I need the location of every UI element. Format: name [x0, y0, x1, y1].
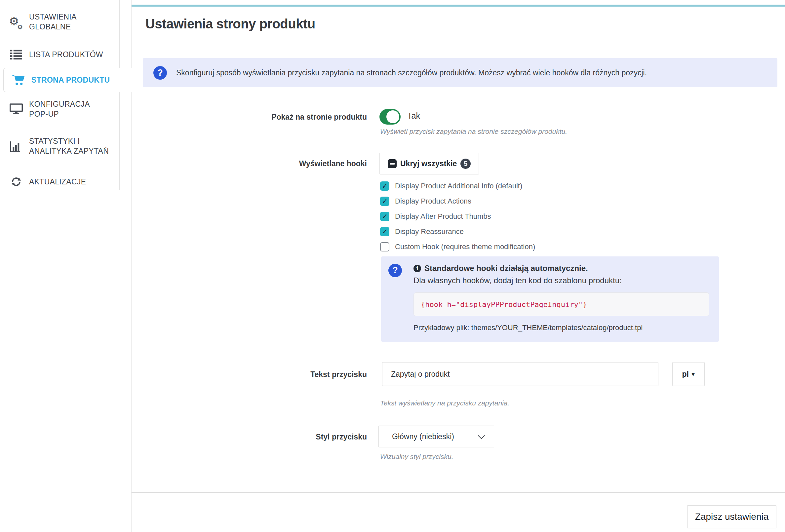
- save-settings-button[interactable]: Zapisz ustawienia: [687, 505, 777, 528]
- panel-top-accent: [131, 5, 785, 7]
- checkbox[interactable]: [380, 212, 389, 221]
- hooks-info-title: Standardowe hooki działają automatycznie…: [424, 264, 588, 273]
- sidebar-item-lista-produktow[interactable]: LISTA PRODUKTÓW: [8, 50, 118, 59]
- hooks-count-badge: 5: [460, 159, 471, 169]
- hide-all-hooks-label: Ukryj wszystkie: [400, 159, 457, 168]
- sidebar-item-label: STATYSTYKI I ANALITYKA ZAPYTAŃ: [29, 136, 109, 156]
- chevron-down-icon: [478, 432, 485, 439]
- hide-all-hooks-button[interactable]: Ukryj wszystkie 5: [379, 153, 479, 175]
- button-style-select[interactable]: Główny (niebieski): [378, 426, 494, 448]
- checkbox[interactable]: [380, 197, 389, 206]
- sidebar-item-aktualizacje[interactable]: AKTUALIZACJE: [8, 176, 118, 187]
- hook-option-label: Display Product Actions: [395, 197, 471, 205]
- sidebar-item-statystyki[interactable]: STATYSTYKI I ANALITYKA ZAPYTAŃ: [8, 136, 118, 156]
- hook-option-after-thumbs[interactable]: Display After Product Thumbs: [380, 212, 491, 221]
- hook-code-block: {hook h="displayPPProductPageInquiry"}: [413, 293, 709, 316]
- sidebar-item-label: AKTUALIZACJE: [29, 177, 109, 187]
- hook-option-label: Display Product Additional Info (default…: [395, 182, 522, 190]
- hook-option-label: Custom Hook (requires theme modification…: [395, 243, 535, 251]
- hook-option-product-actions[interactable]: Display Product Actions: [380, 197, 471, 206]
- toggle-state-label: Tak: [407, 111, 420, 121]
- sidebar-item-label: USTAWIENIA GLOBALNE: [29, 12, 109, 32]
- hooks-label: Wyświetlane hooki: [218, 159, 367, 168]
- button-style-value: Główny (niebieski): [392, 432, 479, 441]
- caret-down-icon: ▼: [691, 372, 695, 377]
- show-on-product-toggle[interactable]: [379, 109, 401, 125]
- hook-option-label: Display Reassurance: [395, 227, 464, 236]
- button-style-label: Styl przycisku: [218, 432, 367, 441]
- toggle-knob: [386, 110, 399, 123]
- minus-square-icon: [388, 159, 397, 168]
- cart-icon: [11, 74, 26, 85]
- hook-code-text: {hook h="displayPPProductPageInquiry"}: [421, 300, 587, 309]
- button-text-input[interactable]: [382, 362, 658, 386]
- hook-option-label: Display After Product Thumbs: [395, 212, 491, 221]
- refresh-icon: [8, 176, 24, 187]
- module-tabs-sidebar: ⚙⚙ USTAWIENIA GLOBALNE LISTA PRODUKTÓW S…: [0, 0, 120, 190]
- hooks-info-subtitle: Dla własnych hooków, dodaj ten kod do sz…: [413, 276, 711, 285]
- help-alert-text: Skonfiguruj sposób wyświetlania przycisk…: [176, 68, 647, 77]
- hooks-file-hint: Przykładowy plik: themes/YOUR_THEME/temp…: [413, 324, 711, 332]
- help-alert: ? Skonfiguruj sposób wyświetlania przyci…: [143, 58, 777, 87]
- bar-chart-icon: [8, 141, 24, 152]
- monitor-icon: [8, 103, 24, 115]
- hook-option-reassurance[interactable]: Display Reassurance: [380, 227, 464, 236]
- language-dropdown[interactable]: pl ▼: [672, 362, 705, 386]
- hook-option-additional-info[interactable]: Display Product Additional Info (default…: [380, 181, 522, 191]
- hooks-info-box: ? i Standardowe hooki działają automatyc…: [381, 256, 719, 342]
- show-on-product-help: Wyświetl przycisk zapytania na stronie s…: [380, 128, 567, 135]
- sidebar-item-konfiguracja-popup[interactable]: KONFIGURACJA POP-UP: [8, 99, 118, 119]
- list-icon: [8, 50, 24, 59]
- checkbox[interactable]: [380, 227, 389, 236]
- info-circle-icon: i: [413, 265, 421, 272]
- page-title: Ustawienia strony produktu: [146, 17, 315, 31]
- checkbox[interactable]: [380, 242, 389, 251]
- button-text-label: Tekst przycisku: [218, 370, 367, 379]
- button-text-help: Tekst wyświetlany na przycisku zapytania…: [380, 399, 509, 407]
- gears-icon: ⚙⚙: [8, 15, 24, 29]
- question-circle-icon: ?: [153, 66, 167, 80]
- sidebar-item-label: STRONA PRODUKTU: [31, 75, 111, 85]
- question-circle-icon: ?: [388, 264, 402, 277]
- sidebar-item-label: KONFIGURACJA POP-UP: [29, 99, 109, 119]
- footer-divider: [131, 492, 785, 493]
- sidebar-item-label: LISTA PRODUKTÓW: [29, 50, 109, 59]
- checkbox[interactable]: [380, 181, 389, 191]
- language-code: pl: [682, 370, 688, 379]
- show-on-product-label: Pokaż na stronie produktu: [218, 112, 367, 122]
- hook-option-custom-hook[interactable]: Custom Hook (requires theme modification…: [380, 242, 535, 251]
- button-style-help: Wizualny styl przycisku.: [380, 453, 454, 461]
- sidebar-item-ustawienia-globalne[interactable]: ⚙⚙ USTAWIENIA GLOBALNE: [8, 12, 118, 32]
- sidebar-item-strona-produktu[interactable]: STRONA PRODUKTU: [3, 68, 134, 92]
